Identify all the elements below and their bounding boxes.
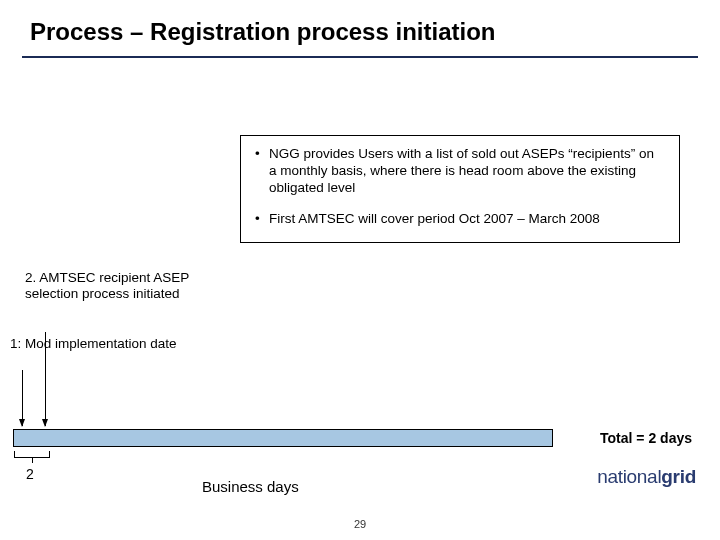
segment-bracket — [14, 451, 50, 459]
timeline-bar — [13, 429, 553, 447]
slide-title: Process – Registration process initiatio… — [0, 0, 720, 56]
arrow-step-1 — [22, 370, 23, 426]
notes-bullet: NGG provides Users with a list of sold o… — [255, 146, 665, 197]
notes-bullet: First AMTSEC will cover period Oct 2007 … — [255, 211, 665, 228]
x-axis-label: Business days — [202, 478, 299, 495]
step-2-label: 2. AMTSEC recipient ASEP selection proce… — [25, 270, 200, 302]
arrow-step-2 — [45, 332, 46, 426]
title-rule — [22, 56, 698, 58]
page-number: 29 — [0, 518, 720, 530]
total-label: Total = 2 days — [600, 430, 692, 446]
segment-value: 2 — [26, 466, 34, 482]
nationalgrid-logo: nationalgrid — [597, 466, 696, 488]
step-1-label: 1: Mod implementation date — [10, 336, 210, 352]
notes-box: NGG provides Users with a list of sold o… — [240, 135, 680, 243]
